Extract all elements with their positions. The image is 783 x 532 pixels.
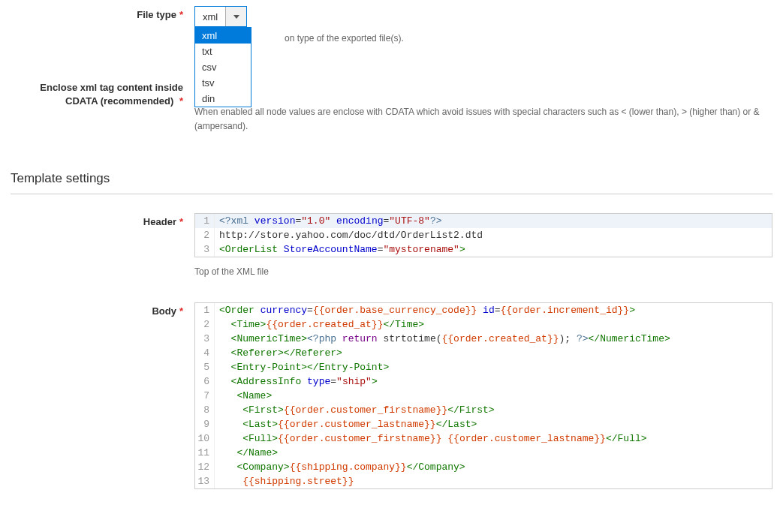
line-number: 8 [195, 403, 215, 417]
body-row: Body* 1<Order currency={{order.base_curr… [11, 302, 772, 489]
code-line[interactable]: 11 </Name> [195, 446, 772, 460]
enclose-cdata-help: When enabled all node values are enclose… [194, 105, 772, 134]
select-current-value: xml [195, 11, 225, 23]
line-number: 9 [195, 417, 215, 431]
dropdown-option-xml[interactable]: xml [195, 28, 251, 44]
line-number: 13 [195, 474, 215, 488]
code-line[interactable]: 3 <NumericTime><?php return strtotime({{… [195, 332, 772, 346]
code-content[interactable]: </Name> [215, 446, 278, 460]
dropdown-option-csv[interactable]: csv [195, 59, 251, 75]
code-content[interactable]: <Last>{{order.customer_lastname}}</Last> [215, 417, 477, 431]
line-number: 5 [195, 360, 215, 374]
required-asterisk: * [179, 9, 183, 20]
code-content[interactable]: <Referer></Referer> [215, 346, 342, 360]
required-asterisk: * [179, 216, 183, 227]
code-content[interactable]: <Time>{{order.created_at}}</Time> [215, 317, 424, 332]
file-type-dropdown[interactable]: xmltxtcsvtsvdin [194, 27, 251, 107]
label-text: File type [137, 9, 176, 20]
line-number: 1 [195, 214, 215, 228]
section-divider [11, 194, 772, 194]
code-content[interactable]: <Name> [215, 389, 272, 403]
header-note: Top of the XML file [194, 266, 772, 277]
code-line[interactable]: 10 <Full>{{order.customer_firstname}} {{… [195, 431, 772, 446]
body-value: 1<Order currency={{order.base_currency_c… [194, 302, 772, 489]
file-type-row: File type* xml xmltxtcsvtsvdin on type o… [11, 6, 772, 44]
label-text: Body [152, 305, 176, 317]
header-row: Header* 1<?xml version="1.0" encoding="U… [11, 213, 772, 298]
code-content[interactable]: <Entry-Point></Entry-Point> [215, 360, 389, 374]
code-line[interactable]: 6 <AddressInfo type="ship"> [195, 374, 772, 389]
body-editor[interactable]: 1<Order currency={{order.base_currency_c… [194, 302, 772, 489]
line-number: 11 [195, 446, 215, 460]
code-content[interactable]: <?xml version="1.0" encoding="UTF-8"?> [215, 214, 442, 228]
line-number: 6 [195, 374, 215, 389]
enclose-cdata-label: Enclose xml tag content inside CDATA (re… [11, 78, 194, 108]
line-number: 2 [195, 228, 215, 242]
code-line[interactable]: 8 <First>{{order.customer_firstname}}</F… [195, 403, 772, 417]
required-asterisk: * [179, 305, 183, 317]
label-line1: Enclose xml tag content inside [40, 82, 183, 93]
line-number: 4 [195, 346, 215, 360]
code-content[interactable]: <Order currency={{order.base_currency_co… [215, 303, 635, 317]
code-line[interactable]: 1<?xml version="1.0" encoding="UTF-8"?> [195, 214, 772, 228]
code-content[interactable]: <Full>{{order.customer_firstname}} {{ord… [215, 431, 647, 446]
file-type-value: xml xmltxtcsvtsvdin on type of the expor… [194, 6, 772, 44]
code-content[interactable]: <First>{{order.customer_firstname}}</Fir… [215, 403, 495, 417]
code-content[interactable]: http://store.yahoo.com/doc/dtd/OrderList… [215, 228, 483, 242]
file-type-help: on type of the exported file(s). [285, 33, 772, 44]
enclose-cdata-value: When enabled all node values are enclose… [194, 78, 772, 134]
code-line[interactable]: 4 <Referer></Referer> [195, 346, 772, 360]
dropdown-option-txt[interactable]: txt [195, 44, 251, 59]
line-number: 2 [195, 317, 215, 332]
dropdown-option-din[interactable]: din [195, 91, 251, 107]
body-label: Body* [11, 302, 194, 317]
code-line[interactable]: 13 {{shipping.street}} [195, 474, 772, 488]
code-line[interactable]: 12 <Company>{{shipping.company}}</Compan… [195, 460, 772, 474]
line-number: 1 [195, 303, 215, 317]
code-line[interactable]: 1<Order currency={{order.base_currency_c… [195, 303, 772, 317]
dropdown-option-tsv[interactable]: tsv [195, 75, 251, 91]
code-line[interactable]: 9 <Last>{{order.customer_lastname}}</Las… [195, 417, 772, 431]
header-editor[interactable]: 1<?xml version="1.0" encoding="UTF-8"?>2… [194, 213, 772, 257]
chevron-down-icon [233, 15, 239, 19]
header-label: Header* [11, 213, 194, 227]
required-asterisk: * [179, 95, 183, 107]
enclose-cdata-row: Enclose xml tag content inside CDATA (re… [11, 78, 772, 134]
code-content[interactable]: <NumericTime><?php return strtotime({{or… [215, 332, 670, 346]
code-content[interactable]: <AddressInfo type="ship"> [215, 374, 378, 389]
select-toggle-button[interactable] [225, 7, 246, 26]
line-number: 10 [195, 431, 215, 446]
line-number: 12 [195, 460, 215, 474]
code-line[interactable]: 7 <Name> [195, 389, 772, 403]
template-settings-title: Template settings [11, 171, 772, 186]
label-line2: CDATA (recommended) [65, 95, 173, 107]
label-text: Header [143, 216, 176, 227]
file-type-label: File type* [11, 6, 194, 20]
code-content[interactable]: <Company>{{shipping.company}}</Company> [215, 460, 465, 474]
line-number: 3 [195, 242, 215, 257]
line-number: 7 [195, 389, 215, 403]
code-line[interactable]: 5 <Entry-Point></Entry-Point> [195, 360, 772, 374]
code-line[interactable]: 2 <Time>{{order.created_at}}</Time> [195, 317, 772, 332]
code-line[interactable]: 2http://store.yahoo.com/doc/dtd/OrderLis… [195, 228, 772, 242]
file-type-select[interactable]: xml xmltxtcsvtsvdin [194, 6, 247, 27]
code-content[interactable]: {{shipping.street}} [215, 474, 354, 488]
code-content[interactable]: <OrderList StoreAccountName="mystorename… [215, 242, 465, 257]
line-number: 3 [195, 332, 215, 346]
code-line[interactable]: 3<OrderList StoreAccountName="mystorenam… [195, 242, 772, 257]
header-value: 1<?xml version="1.0" encoding="UTF-8"?>2… [194, 213, 772, 298]
select-display[interactable]: xml [194, 6, 247, 27]
